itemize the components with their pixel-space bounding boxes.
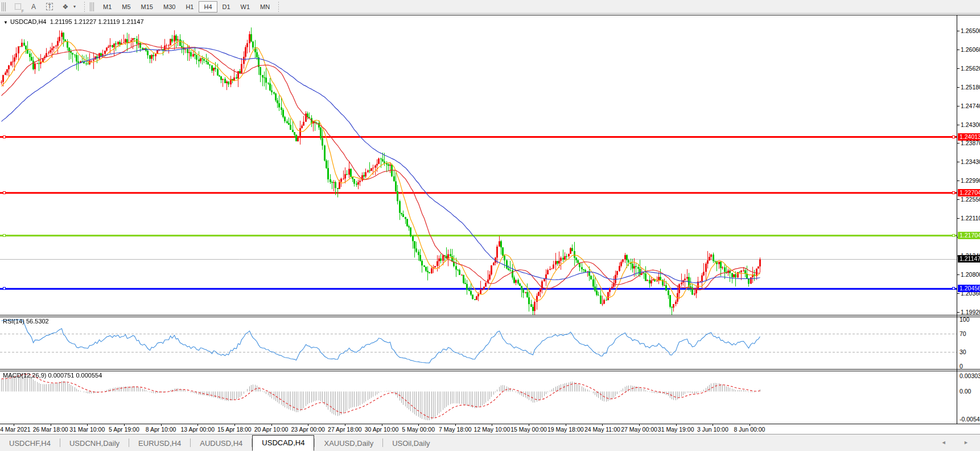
date-label: 12 May 10:00 xyxy=(474,426,510,433)
date-label: 23 Apr 00:00 xyxy=(291,426,325,433)
rsi-tick-label: 100 xyxy=(960,316,970,323)
chart-tab-usdcnh[interactable]: USDCNH,Daily xyxy=(60,436,129,451)
chart-tab-bar: USDCHF,H4USDCNH,DailyEURUSD,H4AUDUSD,H4U… xyxy=(0,434,980,451)
toolbar-grip-2[interactable] xyxy=(90,2,94,11)
date-label: 5 Apr 19:00 xyxy=(109,426,139,433)
chart-tab-audusd[interactable]: AUDUSD,H4 xyxy=(191,436,252,451)
macd-values: 0.000751 0.000554 xyxy=(48,372,102,379)
price-tick-label: 1.24740 xyxy=(961,102,980,109)
cursor-mode-icon-sub: F xyxy=(22,9,24,13)
date-label: 8 Apr 10:00 xyxy=(146,426,176,433)
timeframe-button-m5[interactable]: M5 xyxy=(117,1,135,13)
shapes-dropdown-caret[interactable]: ▾ xyxy=(73,4,79,9)
timeframe-button-h1[interactable]: H1 xyxy=(180,1,199,13)
rsi-name: RSI(14) xyxy=(3,318,24,325)
chart-tab-eurusd[interactable]: EURUSD,H4 xyxy=(129,436,190,451)
hline-handle[interactable] xyxy=(3,191,6,194)
toolbar-separator-2 xyxy=(278,2,279,12)
price-tick-label: 1.22990 xyxy=(961,177,980,184)
chart-tab-usoil[interactable]: USOil,Daily xyxy=(383,436,439,451)
hline-price-label: 1.20456 xyxy=(958,285,980,292)
rsi-value: 56.5302 xyxy=(26,318,49,325)
price-tick-label: 1.23430 xyxy=(961,158,980,165)
current-price-label: 1.21147 xyxy=(958,255,980,263)
timeframe-button-d1[interactable]: D1 xyxy=(217,1,236,13)
hline-handle[interactable] xyxy=(3,287,6,290)
date-label: 26 Mar 18:00 xyxy=(33,426,68,433)
date-label: 13 Apr 00:00 xyxy=(180,426,215,433)
hline-handle[interactable] xyxy=(3,234,6,237)
macd-label: MACD(12,26,9) 0.000751 0.000554 xyxy=(3,372,102,379)
macd-name: MACD(12,26,9) xyxy=(3,372,46,379)
date-label: 24 May 11:00 xyxy=(584,426,620,433)
timeframe-button-m30[interactable]: M30 xyxy=(158,1,180,13)
hline-handle[interactable] xyxy=(952,136,955,138)
price-tick-label: 1.26060 xyxy=(961,46,980,53)
rsi-label: RSI(14) 56.5302 xyxy=(3,318,49,325)
text-label-icon[interactable]: A xyxy=(27,1,40,13)
date-label: 8 Jun 00:00 xyxy=(734,426,765,433)
date-label: 7 May 18:00 xyxy=(439,426,472,433)
date-axis[interactable]: 24 Mar 202126 Mar 18:0031 Mar 10:005 Apr… xyxy=(0,424,980,434)
date-label: 31 May 19:00 xyxy=(658,426,694,433)
chart-dropdown-caret[interactable]: ▼ xyxy=(3,20,8,25)
mt4-terminal: FAT❖▾ M1M5M15M30H1H4D1W1MN ▼USDCAD,H4 1.… xyxy=(0,0,980,451)
hline-handle[interactable] xyxy=(952,191,955,194)
price-tick-label: 1.24300 xyxy=(961,121,980,128)
price-tick-label: 1.25620 xyxy=(961,65,980,72)
date-label: 27 May 00:00 xyxy=(621,426,657,433)
timeframe-button-m1[interactable]: M1 xyxy=(98,1,117,13)
date-label: 24 Mar 2021 xyxy=(0,426,30,433)
rsi-tick-label: 0 xyxy=(960,363,963,370)
timeframe-button-h4[interactable]: H4 xyxy=(199,1,217,13)
date-label: 5 May 00:00 xyxy=(402,426,435,433)
date-label: 19 May 18:00 xyxy=(547,426,584,433)
macd-tick-label: -0.00542 xyxy=(960,416,980,423)
timeframe-button-w1[interactable]: W1 xyxy=(236,1,256,13)
chart-tab-xauusd[interactable]: XAUUSD,Daily xyxy=(315,436,382,451)
tab-scroll-arrows[interactable]: ◄ ► xyxy=(941,440,977,445)
chart-tab-usdcad[interactable]: USDCAD,H4 xyxy=(252,435,314,451)
date-label: 30 Apr 10:00 xyxy=(365,426,399,433)
macd-canvas[interactable] xyxy=(0,371,957,424)
price-chart-canvas[interactable] xyxy=(0,15,957,315)
date-label: 20 Apr 10:00 xyxy=(254,426,289,433)
hline-price-label: 1.22704 xyxy=(958,189,980,196)
timeframe-button-m15[interactable]: M15 xyxy=(136,1,158,13)
chart-tab-usdchf[interactable]: USDCHF,H4 xyxy=(0,436,60,451)
date-label: 3 Jun 10:00 xyxy=(697,426,728,433)
timeframe-group: M1M5M15M30H1H4D1W1MN xyxy=(98,1,275,13)
rsi-tick-label: 30 xyxy=(960,348,966,355)
hline-price-label: 1.24013 xyxy=(958,133,980,141)
price-tick-label: 1.23870 xyxy=(961,140,980,146)
toolbar-separator xyxy=(84,2,85,12)
top-toolbar: FAT❖▾ M1M5M15M30H1H4D1W1MN xyxy=(0,0,980,14)
cursor-mode-icon[interactable]: F xyxy=(11,1,24,13)
price-tick-label: 1.20800 xyxy=(961,271,980,278)
price-tick-label: 1.22110 xyxy=(961,215,980,222)
price-tick-label: 1.19920 xyxy=(961,309,980,315)
price-tick-label: 1.22550 xyxy=(961,196,980,203)
date-label: 27 Apr 18:00 xyxy=(328,426,362,433)
hline-handle[interactable] xyxy=(952,287,955,290)
date-label: 15 May 00:00 xyxy=(510,426,547,433)
chart-symbol-timeframe: USDCAD,H4 xyxy=(10,18,47,25)
hline-handle[interactable] xyxy=(952,234,955,237)
text-box-icon[interactable]: T xyxy=(43,1,56,13)
chart-ohlc-values: 1.21195 1.21227 1.21119 1.21147 xyxy=(50,18,144,25)
price-tick-label: 1.26500 xyxy=(961,27,980,34)
price-tick-label: 1.25180 xyxy=(961,84,980,91)
rsi-canvas[interactable] xyxy=(0,317,957,369)
hline-price-label: 1.21704 xyxy=(958,232,980,239)
toolbar-grip[interactable] xyxy=(2,2,6,11)
drawing-tools-group: FAT❖▾ xyxy=(10,1,81,13)
timeframe-button-mn[interactable]: MN xyxy=(255,1,275,13)
rsi-tick-label: 70 xyxy=(960,330,966,337)
date-label: 31 Mar 10:00 xyxy=(69,426,105,433)
date-label: 15 Apr 18:00 xyxy=(217,426,252,433)
macd-tick-label: 0.003035 xyxy=(960,372,980,379)
hline-handle[interactable] xyxy=(3,136,6,138)
price-axis-line xyxy=(957,15,957,424)
shapes-icon[interactable]: ❖ xyxy=(59,1,72,13)
macd-tick-label: 0.00 xyxy=(960,388,971,395)
